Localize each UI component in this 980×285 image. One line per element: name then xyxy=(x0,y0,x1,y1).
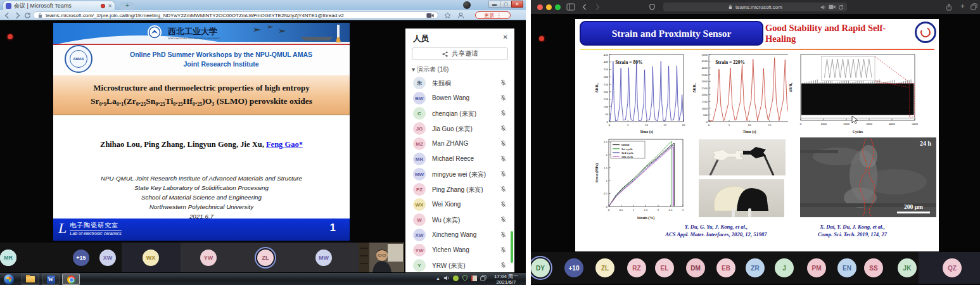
mac-minimize-icon[interactable] xyxy=(546,4,552,10)
participant-avatar: YW xyxy=(413,244,426,256)
participant-row[interactable]: XW Xincheng Wang xyxy=(405,227,514,243)
address-bar[interactable]: teams.microsoft.com/_#/pre-join-calling/… xyxy=(33,11,438,19)
new-tab-icon[interactable]: + xyxy=(960,2,965,11)
header-left-text: Strain and Proximity Sensor xyxy=(612,28,732,39)
forward-icon[interactable] xyxy=(594,4,601,10)
tab-audio-icon[interactable] xyxy=(820,4,826,10)
sidebar-icon[interactable] xyxy=(566,3,575,11)
forward-icon[interactable] xyxy=(14,12,21,19)
svg-text:5th cycle: 5th cycle xyxy=(621,155,634,158)
participant-avatar[interactable]: RZ xyxy=(627,258,646,277)
reload-icon[interactable] xyxy=(24,12,31,19)
tray-speaker-icon[interactable] xyxy=(443,275,450,281)
participant-avatar[interactable]: EB xyxy=(716,258,735,277)
tab-camera-icon[interactable] xyxy=(829,4,836,10)
participant-name: Jia Guo (来宾) xyxy=(432,125,473,134)
participant-avatar[interactable]: DY xyxy=(531,258,550,277)
participant-avatar[interactable]: DM xyxy=(686,258,705,277)
participant-avatar[interactable]: XW xyxy=(99,250,116,266)
maximize-button[interactable]: ▢ xyxy=(500,1,512,8)
participant-avatar[interactable]: EL xyxy=(655,258,674,277)
participant-avatar[interactable]: WX xyxy=(143,250,159,266)
tray-expand-icon[interactable]: ▲ xyxy=(436,276,440,281)
citation-left-line1: Y. Du, G. Yu, J. Kong, et al., xyxy=(648,223,784,231)
participant-row[interactable]: W Wu (来宾) xyxy=(405,212,514,227)
slide-title-line1: Microstructure and thermoelectric proper… xyxy=(53,83,350,93)
minimize-button[interactable]: ▬ xyxy=(488,1,500,8)
panel-close-icon[interactable]: ✕ xyxy=(503,34,508,41)
taskbar-clock[interactable]: 17:04 周一 2021/6/7 xyxy=(489,274,523,285)
participant-avatar[interactable]: SS xyxy=(864,258,883,277)
reload-icon[interactable] xyxy=(838,4,844,10)
avatar-initials: DM xyxy=(690,265,701,272)
participant-avatar[interactable]: ZL xyxy=(257,250,274,266)
corresponding-author-link[interactable]: Feng Gao* xyxy=(266,140,303,149)
participant-row[interactable]: 朱 朱颢桐 xyxy=(405,75,514,91)
webcam-thumbnail[interactable] xyxy=(359,243,404,272)
avatar-initials: ZR xyxy=(751,265,759,272)
tray-flag-icon[interactable] xyxy=(471,276,477,281)
participant-avatar[interactable]: ZL xyxy=(595,258,614,277)
mac-close-icon[interactable] xyxy=(537,4,543,10)
participant-row[interactable]: PZ Ping Zhang (来宾) xyxy=(405,182,514,197)
presenters-section-label[interactable]: ▾ 演示者 (16) xyxy=(412,65,449,74)
address-bar[interactable]: teams.microsoft.com xyxy=(663,3,847,11)
tab-close-icon[interactable]: ✕ xyxy=(108,3,112,9)
participant-avatar[interactable]: PM xyxy=(807,258,826,277)
profile-person-icon[interactable] xyxy=(457,12,464,19)
participant-row[interactable]: YW Yichen Wang xyxy=(405,243,514,258)
new-tab-button[interactable]: + xyxy=(120,2,134,10)
participant-avatar[interactable]: +10 xyxy=(564,258,583,277)
participant-row[interactable]: C chenqian (来宾) xyxy=(405,106,514,121)
university-sub: NORTHWESTERN POLYTECHNICAL UNIVERSITY xyxy=(168,37,221,40)
back-icon[interactable] xyxy=(4,12,11,19)
participant-avatar[interactable]: MW xyxy=(315,250,332,266)
lab-logo-letter: L xyxy=(58,220,67,237)
participant-avatar[interactable]: J xyxy=(775,258,794,277)
taskbar-chrome-button[interactable] xyxy=(62,274,80,285)
menu-dots-icon[interactable]: ⋮ xyxy=(497,13,502,18)
privacy-shield-icon[interactable] xyxy=(649,3,656,11)
participant-row[interactable]: MZ Man ZHANG xyxy=(405,136,514,151)
participant-avatar[interactable]: QZ xyxy=(943,258,962,277)
participants-panel: 人员 ✕ 共享邀请 ▾ 演示者 (16) 朱 朱颢桐 xyxy=(405,28,514,272)
media-camera-icon[interactable] xyxy=(426,13,434,18)
bookmark-star-icon[interactable] xyxy=(444,12,451,19)
participant-avatar[interactable]: YW xyxy=(200,250,217,266)
specimen-photo-bottom xyxy=(699,179,784,217)
titlebar-profile-icon[interactable] xyxy=(463,1,471,9)
start-button[interactable] xyxy=(4,274,14,284)
svg-text:Cycles: Cycles xyxy=(853,130,863,134)
chrome-update-button[interactable]: 更新 ⋮ xyxy=(475,11,511,19)
participant-avatar[interactable]: EN xyxy=(837,258,856,277)
tab-overview-icon[interactable] xyxy=(970,3,977,10)
participant-row[interactable]: MR Michael Reece xyxy=(405,151,514,167)
taskbar-word-button[interactable]: W xyxy=(42,274,60,285)
svg-text:1.5: 1.5 xyxy=(604,167,608,170)
tray-app-icon[interactable] xyxy=(453,276,459,281)
participant-avatar: PZ xyxy=(413,183,426,196)
participant-avatar[interactable]: MR xyxy=(0,250,16,266)
panel-scrollbar[interactable] xyxy=(511,231,513,263)
https-lock-icon xyxy=(728,4,733,10)
participant-avatar[interactable]: +15 xyxy=(73,250,89,266)
tray-network-icon[interactable] xyxy=(480,275,487,281)
tray-shield-icon[interactable] xyxy=(462,275,468,281)
browser-tab[interactable]: 会议 | Microsoft Teams ✕ xyxy=(3,1,115,10)
participant-avatar: MZ xyxy=(413,137,426,150)
close-button[interactable]: ✕ xyxy=(511,1,523,8)
svg-text:1000: 1000 xyxy=(820,122,827,125)
participant-row[interactable]: JG Jia Guo (来宾) xyxy=(405,121,514,136)
participant-avatar[interactable]: ZR xyxy=(746,258,765,277)
participant-row[interactable]: BW Bowen Wang xyxy=(405,91,514,106)
share-icon[interactable] xyxy=(946,3,952,11)
share-invite-button[interactable]: 共享邀请 xyxy=(412,48,508,60)
mac-zoom-icon[interactable] xyxy=(555,4,561,10)
participant-avatar: MW xyxy=(413,168,426,180)
participant-row[interactable]: MW mingyue wei (来宾) xyxy=(405,167,514,182)
participant-avatar[interactable]: JK xyxy=(898,258,917,277)
taskbar-explorer-button[interactable] xyxy=(22,274,39,285)
back-icon[interactable] xyxy=(582,4,588,10)
participant-row[interactable]: Y YRW (来宾) xyxy=(405,258,514,272)
participant-row[interactable]: WX Wei Xiong xyxy=(405,197,514,212)
